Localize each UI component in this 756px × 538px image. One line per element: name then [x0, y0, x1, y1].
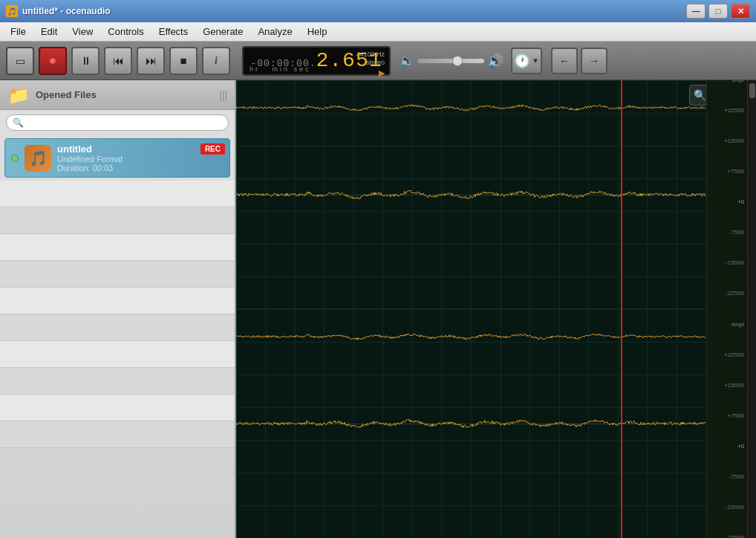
clock-button[interactable]: 🕐 ▼ — [511, 48, 542, 74]
ruler-label: -7500 — [729, 473, 747, 480]
sidebar-empty-row — [0, 207, 235, 234]
title-left: 🎵 untitled* - ocenaudio — [6, 5, 111, 17]
screen-button[interactable]: ▭ — [6, 47, 34, 75]
close-button[interactable]: ✕ — [731, 4, 750, 19]
clock-dropdown-arrow: ▼ — [532, 56, 539, 65]
rec-badge: REC — [201, 143, 225, 155]
volume-icon-left: 🔈 — [400, 54, 414, 68]
record-button[interactable]: ● — [39, 47, 67, 75]
rewind-button[interactable]: ⏮ — [104, 47, 132, 75]
back-button[interactable]: ← — [551, 48, 578, 74]
opened-files-label: Opened Files — [36, 89, 213, 100]
time-frequency: 44100 Hzstereo▶ — [356, 51, 385, 79]
search-icon: 🔍 — [13, 117, 24, 128]
fastforward-button[interactable]: ⏭ — [137, 47, 165, 75]
volume-slider[interactable] — [417, 59, 484, 63]
file-info: untitled Undefined Format Duration: 00:0… — [57, 143, 224, 172]
volume-icon-right: 🔊 — [487, 53, 504, 69]
sidebar-empty-row — [0, 314, 235, 341]
ruler-label: -22500 — [726, 534, 747, 538]
minimize-button[interactable]: — — [686, 4, 706, 19]
pause-button[interactable]: ⏸ — [71, 47, 100, 75]
sidebar-empty-row — [0, 341, 235, 368]
ruler-label: +15000 — [724, 382, 747, 389]
ruler-label: smpl — [731, 80, 747, 83]
ruler-label: +22500 — [724, 107, 747, 114]
time-labels: hr min sec — [250, 65, 311, 73]
sidebar-empty-row — [0, 261, 235, 288]
navigation-buttons: ← → — [551, 48, 607, 74]
menu-file[interactable]: File — [3, 24, 33, 39]
window-title: untitled* - ocenaudio — [22, 6, 111, 16]
menu-generate[interactable]: Generate — [195, 24, 250, 39]
ruler-label: +7500 — [728, 412, 747, 419]
scrollbar-thumb[interactable] — [749, 83, 755, 98]
sidebar-empty-row — [0, 368, 235, 395]
ruler-label: -7500 — [729, 229, 747, 236]
sidebar-empty-row — [0, 421, 235, 448]
main-content: 📁 Opened Files ||| 🔍 🎵 untitled Undefine… — [0, 80, 756, 538]
volume-thumb[interactable] — [452, 56, 463, 66]
waveform-canvas[interactable] — [236, 80, 706, 538]
folder-icon: 📁 — [7, 85, 30, 106]
search-box[interactable]: 🔍 — [6, 114, 229, 131]
sidebar-header: 📁 Opened Files ||| — [0, 80, 235, 110]
sidebar-empty-row — [0, 234, 235, 261]
search-input[interactable] — [27, 117, 222, 128]
info-button[interactable]: i — [202, 47, 230, 75]
sidebar: 📁 Opened Files ||| 🔍 🎵 untitled Undefine… — [0, 80, 236, 538]
file-active-indicator — [11, 155, 19, 162]
ruler-label: +7500 — [728, 168, 747, 175]
waveform-container: 🔍 smpl+22500+15000+7500+0-7500-15000-225… — [236, 80, 756, 538]
menu-effects[interactable]: Effects — [151, 24, 196, 39]
volume-control: 🔈 🔊 — [400, 53, 504, 69]
file-thumbnail: 🎵 — [25, 145, 51, 172]
window-controls: — □ ✕ — [686, 4, 750, 19]
menu-analyze[interactable]: Analyze — [250, 24, 299, 39]
ruler-label: +15000 — [724, 137, 747, 144]
ruler-label: -15000 — [726, 259, 747, 266]
clock-section: 🕐 ▼ — [511, 48, 542, 74]
stop-button[interactable]: ■ — [169, 47, 198, 75]
ruler-label: +22500 — [724, 351, 747, 358]
file-name: untitled — [57, 143, 224, 155]
ruler-label: -15000 — [726, 504, 747, 511]
sidebar-empty-row — [0, 181, 235, 207]
menu-view[interactable]: View — [65, 24, 100, 39]
sidebar-empty-row — [0, 395, 235, 421]
menu-controls[interactable]: Controls — [100, 24, 151, 39]
file-list-item[interactable]: 🎵 untitled Undefined Format Duration: 00… — [4, 138, 230, 178]
file-format: Undefined Format — [57, 155, 224, 163]
vertical-scrollbar[interactable] — [747, 80, 756, 538]
file-duration: Duration: 00:03 — [57, 163, 224, 172]
clock-icon: 🕐 — [514, 53, 530, 69]
forward-button[interactable]: → — [581, 48, 607, 74]
menu-edit[interactable]: Edit — [33, 24, 65, 39]
app-icon: 🎵 — [6, 5, 18, 17]
maximize-button[interactable]: □ — [708, 4, 728, 19]
waveform-ruler: smpl+22500+15000+7500+0-7500-15000-22500… — [706, 80, 747, 538]
ruler-label: smpl — [731, 321, 747, 328]
sidebar-resize-handle[interactable]: ||| — [219, 89, 227, 101]
ruler-label: -22500 — [726, 290, 747, 296]
sidebar-empty-row — [0, 288, 235, 314]
menu-help[interactable]: Help — [300, 24, 335, 39]
title-bar: 🎵 untitled* - ocenaudio — □ ✕ — [0, 0, 756, 22]
ruler-label: +0 — [737, 198, 747, 205]
time-display: hr min sec -00:00:00.2.651 44100 Hzstere… — [242, 46, 391, 76]
menu-bar: File Edit View Controls Effects Generate… — [0, 22, 756, 42]
ruler-label: +0 — [737, 443, 747, 450]
toolbar: ▭ ● ⏸ ⏮ ⏭ ■ i hr min sec -00:00:00.2.651… — [0, 42, 756, 80]
